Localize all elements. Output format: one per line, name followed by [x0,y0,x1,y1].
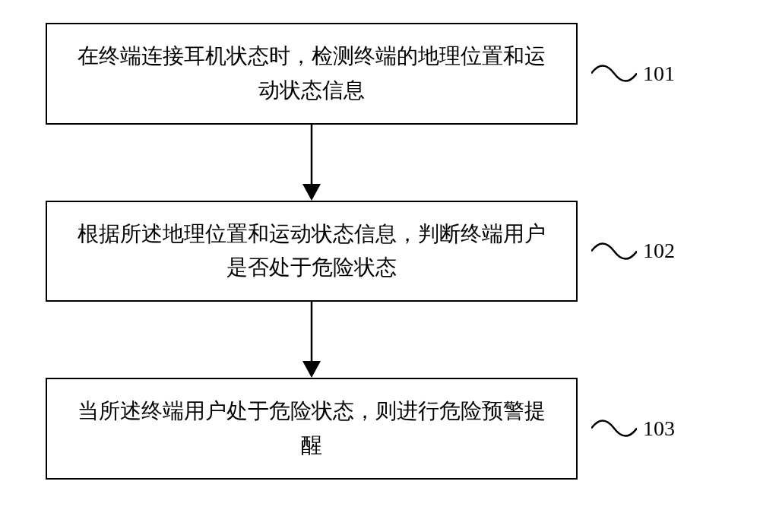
svg-marker-3 [302,361,321,378]
arrow-down-icon [296,125,327,201]
wave-connector-icon [591,413,637,444]
step-box-2: 根据所述地理位置和运动状态信息，判断终端用户是否处于危险状态 102 [46,201,578,302]
arrow-container [46,125,578,201]
step-text: 当所述终端用户处于危险状态，则进行危险预警提醒 [78,399,546,457]
flowchart-container: 在终端连接耳机状态时，检测终端的地理位置和运动状态信息 101 根据所述地理位置… [46,23,714,480]
step-text: 根据所述地理位置和运动状态信息，判断终端用户是否处于危险状态 [78,222,546,280]
arrow-container [46,302,578,378]
step-label-container: 103 [591,412,675,446]
step-number: 102 [643,234,675,268]
step-box-3: 当所述终端用户处于危险状态，则进行危险预警提醒 103 [46,378,578,480]
step-box-1: 在终端连接耳机状态时，检测终端的地理位置和运动状态信息 101 [46,23,578,125]
arrow-down-icon [296,302,327,378]
wave-connector-icon [591,236,637,266]
svg-marker-1 [302,184,321,201]
step-number: 103 [643,412,675,446]
step-text: 在终端连接耳机状态时，检测终端的地理位置和运动状态信息 [78,44,546,102]
wave-connector-icon [591,59,637,89]
step-label-container: 102 [591,234,675,268]
step-number: 101 [643,56,675,90]
step-label-container: 101 [591,56,675,90]
